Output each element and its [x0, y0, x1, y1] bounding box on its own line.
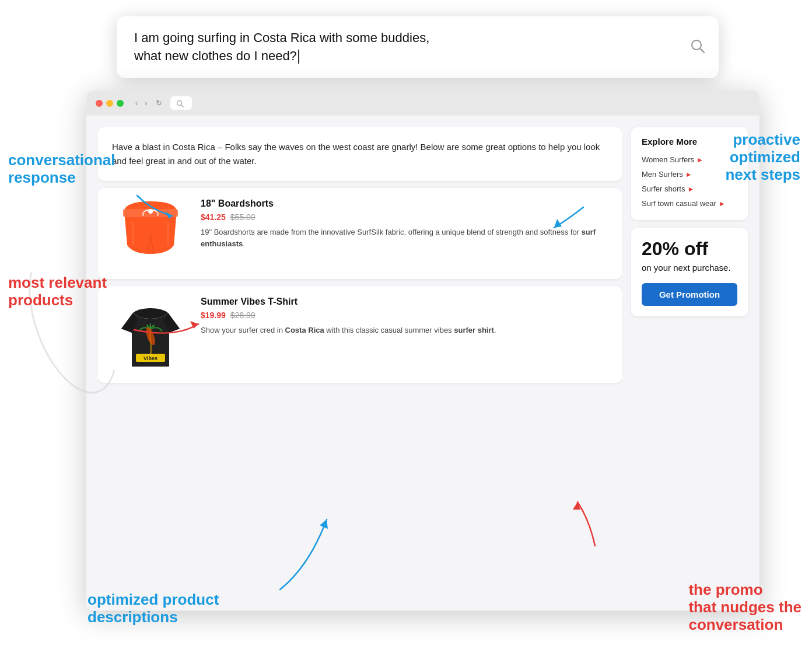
annotation-most-relevant: most relevantproducts: [8, 274, 107, 309]
product-prices-boardshorts: $41.25 $55.00: [201, 212, 610, 222]
close-button[interactable]: [96, 100, 103, 107]
maximize-button[interactable]: [117, 100, 124, 107]
price-original-tshirt: $28.99: [230, 311, 256, 320]
browser-chrome: ‹ › ↻: [86, 90, 760, 116]
explore-item-men[interactable]: Men Surfers ►: [642, 167, 737, 182]
annotation-promo: the promothat nudges theconversation: [688, 581, 802, 634]
refresh-button[interactable]: ↻: [156, 99, 162, 107]
product-info-tshirt: Summer Vibes T-Shirt $19.99 $28.99 Show …: [201, 297, 610, 336]
product-name-tshirt: Summer Vibes T-Shirt: [201, 297, 610, 307]
product-image-boardshorts: [110, 198, 191, 269]
forward-button[interactable]: ›: [142, 97, 149, 109]
annotation-conversational: conversationalresponse: [8, 152, 116, 187]
nav-buttons: ‹ ›: [133, 97, 150, 109]
product-prices-tshirt: $19.99 $28.99: [201, 311, 610, 320]
product-desc-tshirt: Show your surfer cred in Costa Rica with…: [201, 325, 610, 336]
product-info-boardshorts: 18" Boardshorts $41.25 $55.00 19" Boards…: [201, 198, 610, 250]
traffic-lights: [96, 100, 124, 107]
back-button[interactable]: ‹: [133, 97, 140, 109]
browser-content: Have a blast in Costa Rica – Folks say t…: [86, 116, 760, 611]
svg-line-3: [181, 105, 183, 107]
search-query: I am going surfing in Costa Rica with so…: [134, 29, 684, 65]
explore-item-casual[interactable]: Surf town casual wear ►: [642, 196, 737, 211]
explore-item-women[interactable]: Women Surfers ►: [642, 152, 737, 167]
promo-sub: on your next purchase.: [642, 261, 737, 274]
product-card-tshirt: Vibes Summer Vibes T-Shirt $19.99 $28.99…: [98, 286, 622, 383]
product-card-boardshorts: 18" Boardshorts $41.25 $55.00 19" Boards…: [98, 188, 622, 279]
response-card: Have a blast in Costa Rica – Folks say t…: [98, 127, 622, 181]
price-original-boardshorts: $55.00: [230, 212, 256, 222]
search-icon[interactable]: [690, 38, 706, 57]
arrow-icon-women: ►: [696, 156, 704, 164]
price-sale-tshirt: $19.99: [201, 311, 226, 320]
annotation-proactive: proactiveoptimizednext steps: [725, 131, 800, 184]
explore-item-shorts[interactable]: Surfer shorts ►: [642, 182, 737, 196]
response-text: Have a blast in Costa Rica – Folks say t…: [112, 140, 608, 168]
minimize-button[interactable]: [106, 100, 113, 107]
browser-search-bar[interactable]: [170, 96, 192, 110]
svg-line-1: [701, 48, 705, 53]
arrow-icon-shorts: ►: [687, 185, 694, 193]
main-content: Have a blast in Costa Rica – Folks say t…: [98, 127, 622, 599]
annotation-optimized-product: optimized productdescriptions: [88, 591, 219, 626]
get-promotion-button[interactable]: Get Promotion: [642, 283, 737, 306]
browser-window: ‹ › ↻ Have a blast in Costa Rica – Folks…: [86, 90, 760, 611]
product-desc-boardshorts: 19" Boardshorts are made from the innova…: [201, 226, 610, 250]
search-bar[interactable]: I am going surfing in Costa Rica with so…: [117, 16, 719, 78]
product-name-boardshorts: 18" Boardshorts: [201, 198, 610, 209]
product-image-tshirt: Vibes: [110, 297, 191, 372]
promo-card: 20% off on your next purchase. Get Promo…: [631, 228, 748, 316]
arrow-icon-casual: ►: [719, 200, 726, 208]
explore-title: Explore More: [642, 137, 737, 147]
sidebar: Explore More Women Surfers ► Men Surfers…: [631, 127, 748, 599]
arrow-icon-men: ►: [685, 170, 692, 179]
svg-text:Vibes: Vibes: [144, 355, 158, 361]
promo-percent: 20% off: [642, 239, 737, 259]
price-sale-boardshorts: $41.25: [201, 212, 226, 222]
svg-point-0: [692, 40, 701, 50]
